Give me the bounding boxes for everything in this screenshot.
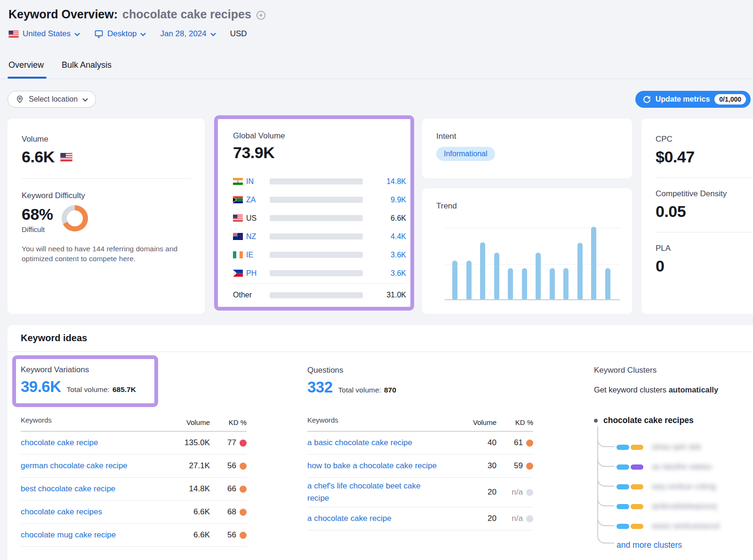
kd-dot-icon <box>240 463 247 470</box>
keyword-volume: 30 <box>457 461 497 471</box>
date-label: Jan 28, 2024 <box>160 29 206 39</box>
cpc-value: $0.47 <box>656 148 753 166</box>
volume-value: 6.6K <box>22 148 55 166</box>
country-code-link[interactable]: NZ <box>246 232 264 241</box>
kd-dot-icon <box>526 440 533 447</box>
keyword-clusters-section: Keyword Clusters Get keyword clusters au… <box>594 366 749 375</box>
cluster-item: aews senkuesaxxd <box>617 516 720 536</box>
country-row-nz: NZ 4.4K <box>233 227 406 246</box>
country-volume-list: IN 14.8K ZA 9.9K US 6.6K <box>233 172 406 305</box>
more-clusters-link[interactable]: and more clusters <box>617 540 682 550</box>
kd-dot-icon <box>526 515 533 522</box>
country-row-ie: IE 3.6K <box>233 246 406 264</box>
country-volume-value: 3.6K <box>363 251 406 259</box>
keyword-link[interactable]: a basic chocolate cake recipe <box>307 438 412 447</box>
update-metrics-quota: 0/1,000 <box>714 94 746 104</box>
variations-total-label: Total volume: <box>67 385 110 394</box>
table-header-row: Keywords Volume KD % <box>307 413 533 432</box>
global-volume-card: Global Volume 73.9K IN 14.8K ZA 9.9K <box>218 119 410 307</box>
variations-table: Keywords Volume KD % chocolate cake reci… <box>21 413 247 547</box>
kd-value: 68% <box>22 205 53 224</box>
country-volume-value: 9.9K <box>363 196 406 204</box>
country-code-link[interactable]: PH <box>246 269 264 278</box>
cluster-item: asq xsnkue cxbng <box>617 477 716 496</box>
table-row: how to bake a chocolate cake recipe 30 5… <box>307 455 533 478</box>
location-dropdown[interactable]: United States <box>8 29 80 39</box>
table-row: chocolate cake recipes 6.6K 68 <box>21 501 247 524</box>
trend-bar <box>508 268 513 299</box>
kd-dot-icon <box>526 463 533 470</box>
divider <box>656 177 753 178</box>
keyword-volume: 20 <box>457 514 497 523</box>
keyword-kd: n/a <box>497 488 533 497</box>
variations-count: 39.6K <box>21 378 61 396</box>
clusters-title: Keyword Clusters <box>594 366 749 375</box>
cluster-pill-icon <box>617 464 643 470</box>
cluster-pill-icon <box>617 504 643 509</box>
desktop-icon <box>94 29 104 39</box>
country-row-in: IN 14.8K <box>233 172 406 191</box>
keyword-link[interactable]: german chocolate cake recipe <box>21 461 128 470</box>
table-row: chocolate mug cake recipe 6.6K 56 <box>21 524 247 547</box>
chevron-down-icon <box>140 32 146 36</box>
questions-count: 332 <box>307 378 333 396</box>
competitive-density-label: Competitive Density <box>656 189 753 199</box>
country-volume-value: 4.4K <box>363 232 406 241</box>
keyword-link[interactable]: chocolate cake recipe <box>21 438 98 447</box>
keyword-volume: 27.1K <box>170 461 210 471</box>
select-location-label: Select location <box>29 95 78 104</box>
pla-label: PLA <box>656 244 753 253</box>
divider <box>22 178 191 179</box>
variations-title: Keyword Variations <box>21 365 154 375</box>
us-flag-icon <box>60 153 72 161</box>
trend-bar <box>494 253 499 299</box>
divider <box>656 232 753 232</box>
keyword-link[interactable]: a chocolate cake recipe <box>307 514 392 523</box>
country-row-other: Other 31.0K <box>233 285 406 305</box>
kd-column-header: KD % <box>210 418 247 426</box>
keywords-column-header: Keywords <box>21 414 170 426</box>
country-volume-value: 31.0K <box>363 291 406 299</box>
select-location-button[interactable]: Select location <box>8 91 96 108</box>
keyword-link[interactable]: how to bake a chocolate cake recipe <box>307 461 437 470</box>
tab-divider <box>0 79 753 79</box>
volume-column-header: Volume <box>457 418 497 426</box>
date-dropdown[interactable]: Jan 28, 2024 <box>160 29 216 39</box>
keyword-link[interactable]: best chocolate cake recipe <box>21 484 115 493</box>
competitive-density-value: 0.05 <box>656 202 753 221</box>
kd-dot-icon <box>526 489 533 496</box>
more-clusters-row: and more clusters <box>617 537 682 553</box>
cluster-item: whau qeh dsk <box>617 437 701 457</box>
trend-card: Trend <box>422 188 632 314</box>
keyword-link[interactable]: a chef's life chocolate beet cake recipe <box>307 481 420 503</box>
cluster-item-text-blurred: aews senkuesaxxd <box>652 521 720 531</box>
country-volume-bar <box>270 252 363 258</box>
tab-bulk-analysis[interactable]: Bulk Analysis <box>62 60 112 79</box>
keyword-kd: 68 <box>210 507 247 517</box>
volume-label: Volume <box>22 135 191 144</box>
kd-level: Difficult <box>22 225 53 233</box>
country-code-link[interactable]: IE <box>246 251 264 259</box>
table-row: a basic chocolate cake recipe 40 61 <box>307 432 533 455</box>
cluster-item: as dauthe salasx <box>617 457 712 477</box>
cluster-pill-icon <box>617 524 643 529</box>
tab-overview[interactable]: Overview <box>8 60 44 79</box>
table-row: a chef's life chocolate beet cake recipe… <box>307 478 533 507</box>
add-keyword-icon[interactable] <box>256 10 266 20</box>
us-flag-icon <box>233 215 243 222</box>
chevron-down-icon <box>74 32 80 36</box>
bullet-icon <box>594 419 598 423</box>
keyword-link[interactable]: chocolate cake recipes <box>21 507 102 516</box>
trend-bar <box>522 268 527 299</box>
variations-total-value: 685.7K <box>112 385 136 394</box>
device-dropdown[interactable]: Desktop <box>94 29 146 39</box>
update-metrics-button[interactable]: Update metrics 0/1,000 <box>635 91 751 108</box>
table-header-row: Keywords Volume KD % <box>21 413 247 432</box>
intent-badge: Informational <box>436 147 495 161</box>
keyword-link[interactable]: chocolate mug cake recipe <box>21 530 116 539</box>
keyword-volume: 135.0K <box>170 438 210 448</box>
country-code-link[interactable]: ZA <box>246 196 264 204</box>
intent-card: Intent Informational <box>422 119 632 178</box>
questions-title: Questions <box>307 366 396 375</box>
country-code-link[interactable]: IN <box>246 177 264 186</box>
